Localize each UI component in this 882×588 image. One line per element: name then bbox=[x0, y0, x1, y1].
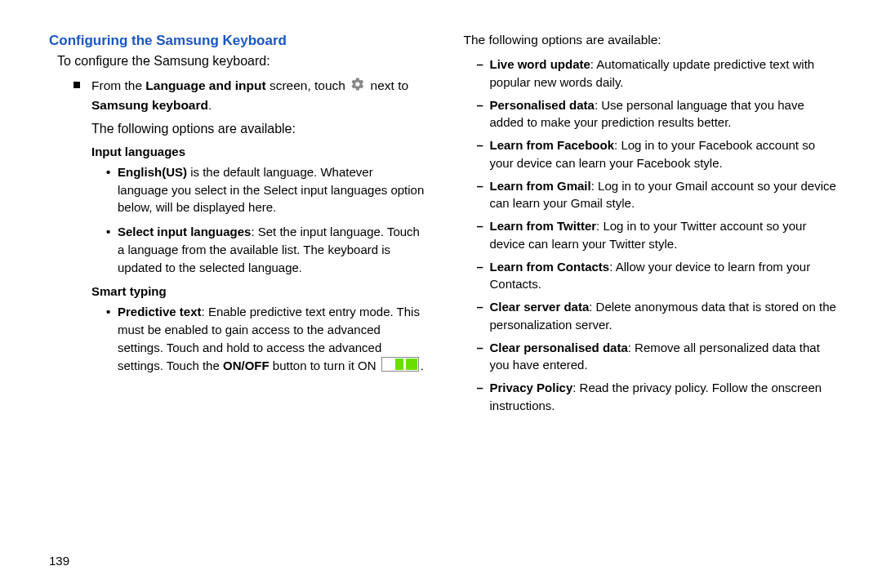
dash-bullet-icon: – bbox=[477, 258, 490, 276]
list-item: –Learn from Facebook: Log in to your Fac… bbox=[477, 136, 842, 172]
subheading-input-languages: Input languages bbox=[91, 145, 427, 158]
t: English(US) bbox=[118, 165, 187, 179]
list-item: –Clear personalised data: Remove all per… bbox=[477, 339, 842, 375]
dash-bullet-icon: – bbox=[477, 56, 490, 74]
item-text: Personalised data: Use personal language… bbox=[490, 96, 842, 132]
square-bullet-icon bbox=[74, 82, 80, 88]
list-item: • Select input languages: Set the input … bbox=[106, 223, 427, 276]
t: Privacy Policy bbox=[490, 381, 573, 394]
item-text: Clear server data: Delete anonymous data… bbox=[490, 298, 842, 334]
t: Live word update bbox=[490, 57, 590, 71]
item-text: English(US) is the default language. Wha… bbox=[118, 163, 427, 216]
list-item: –Learn from Twitter: Log in to your Twit… bbox=[477, 217, 842, 253]
dash-bullet-icon: – bbox=[477, 177, 490, 195]
t: Samsung keyboard bbox=[91, 98, 208, 112]
disc-bullet-icon: • bbox=[106, 163, 118, 181]
t: Learn from Facebook bbox=[490, 138, 615, 152]
svg-rect-2 bbox=[403, 359, 406, 370]
dash-bullet-icon: – bbox=[477, 96, 490, 114]
dash-bullet-icon: – bbox=[477, 136, 490, 154]
options-available-text: The following options are available: bbox=[464, 33, 842, 47]
t: Clear server data bbox=[490, 300, 590, 314]
t: Personalised data bbox=[490, 98, 595, 112]
t: ON/OFF bbox=[223, 359, 270, 372]
t: Learn from Twitter bbox=[490, 219, 597, 233]
list-item: • English(US) is the default language. W… bbox=[106, 163, 427, 216]
item-text: Privacy Policy: Read the privacy policy.… bbox=[490, 379, 842, 415]
item-text: Learn from Facebook: Log in to your Face… bbox=[490, 136, 842, 172]
t: Clear personalised data bbox=[490, 341, 628, 354]
svg-rect-1 bbox=[395, 359, 417, 370]
t: From the bbox=[91, 78, 145, 92]
page-number: 139 bbox=[49, 554, 69, 568]
item-text: Learn from Twitter: Log in to your Twitt… bbox=[490, 217, 842, 253]
list-item: –Learn from Contacts: Allow your device … bbox=[477, 258, 842, 294]
t: button to turn it ON bbox=[270, 359, 380, 372]
item-text: Learn from Gmail: Log in to your Gmail a… bbox=[490, 177, 842, 213]
item-text: Clear personalised data: Remove all pers… bbox=[490, 339, 842, 375]
intro-text: To configure the Samsung keyboard: bbox=[57, 54, 427, 69]
disc-bullet-icon: • bbox=[106, 303, 118, 321]
step-item: From the Language and input screen, touc… bbox=[74, 77, 427, 115]
dash-bullet-icon: – bbox=[477, 379, 490, 397]
step-text: From the Language and input screen, touc… bbox=[91, 77, 427, 115]
t: Learn from Contacts bbox=[490, 260, 610, 274]
list-item: –Privacy Policy: Read the privacy policy… bbox=[477, 379, 842, 415]
section-heading: Configuring the Samsung Keyboard bbox=[49, 33, 427, 49]
list-item: –Personalised data: Use personal languag… bbox=[477, 96, 842, 132]
t: screen, touch bbox=[266, 78, 350, 92]
t: Language and input bbox=[145, 78, 265, 92]
list-item: –Live word update: Automatically update … bbox=[477, 56, 842, 91]
dash-bullet-icon: – bbox=[477, 298, 490, 316]
t: next to bbox=[371, 78, 409, 92]
subheading-smart-typing: Smart typing bbox=[91, 284, 427, 298]
right-column: The following options are available: –Li… bbox=[464, 33, 842, 572]
list-item: • Predictive text: Enable predictive tex… bbox=[106, 303, 427, 376]
dash-bullet-icon: – bbox=[477, 339, 490, 357]
left-column: Configuring the Samsung Keyboard To conf… bbox=[49, 33, 427, 572]
item-text: Select input languages: Set the input la… bbox=[118, 223, 427, 276]
manual-page: Configuring the Samsung Keyboard To conf… bbox=[0, 0, 882, 588]
gear-icon bbox=[350, 77, 365, 96]
t: . bbox=[421, 359, 424, 372]
options-available-text: The following options are available: bbox=[91, 122, 427, 136]
item-text: Predictive text: Enable predictive text … bbox=[118, 303, 427, 376]
list-item: –Clear server data: Delete anonymous dat… bbox=[477, 298, 842, 334]
t: . bbox=[208, 98, 212, 112]
t: Predictive text bbox=[118, 305, 202, 318]
toggle-on-icon bbox=[381, 357, 419, 376]
t: Learn from Gmail bbox=[490, 179, 591, 193]
item-text: Learn from Contacts: Allow your device t… bbox=[490, 258, 842, 294]
disc-bullet-icon: • bbox=[106, 223, 118, 241]
list-item: –Learn from Gmail: Log in to your Gmail … bbox=[477, 177, 842, 213]
dash-bullet-icon: – bbox=[477, 217, 490, 235]
item-text: Live word update: Automatically update p… bbox=[490, 56, 842, 91]
t: Select input languages bbox=[118, 225, 251, 238]
